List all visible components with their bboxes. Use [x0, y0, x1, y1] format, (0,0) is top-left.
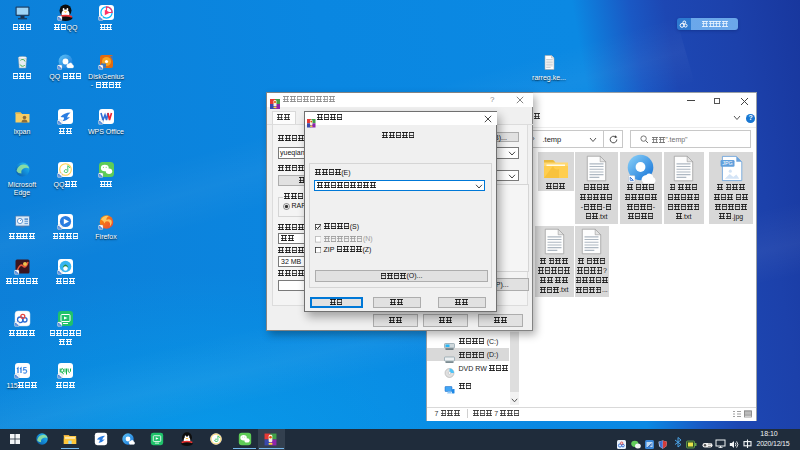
svg-text:JPG: JPG — [722, 160, 732, 166]
